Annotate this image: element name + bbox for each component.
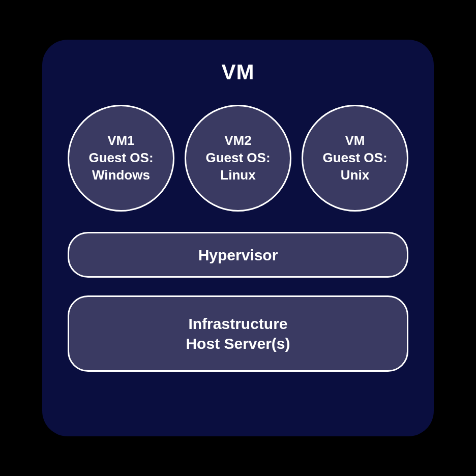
- vm-circles-row: VM1 Guest OS: Windows VM2 Guest OS: Linu…: [68, 105, 408, 212]
- vm-name: VM2: [224, 132, 251, 150]
- vm-name: VM: [345, 132, 365, 150]
- vm-guest-label: Guest OS:: [322, 150, 387, 167]
- vm-circle-2: VM2 Guest OS: Linux: [185, 105, 291, 212]
- vm-os: Unix: [341, 167, 369, 184]
- hypervisor-label: Hypervisor: [198, 245, 278, 265]
- infrastructure-layer: Infrastructure Host Server(s): [68, 295, 408, 372]
- diagram-title: VM: [68, 60, 408, 84]
- vm-circle-3: VM Guest OS: Unix: [302, 105, 408, 212]
- infrastructure-line-1: Infrastructure: [188, 314, 287, 334]
- vm-os: Linux: [220, 167, 255, 184]
- vm-os: Windows: [92, 167, 150, 184]
- vm-circle-1: VM1 Guest OS: Windows: [68, 105, 174, 212]
- vm-diagram-container: VM VM1 Guest OS: Windows VM2 Guest OS: L…: [42, 40, 434, 436]
- vm-name: VM1: [107, 132, 134, 150]
- hypervisor-layer: Hypervisor: [68, 232, 408, 278]
- infrastructure-line-2: Host Server(s): [186, 334, 290, 353]
- vm-guest-label: Guest OS:: [88, 150, 153, 167]
- vm-guest-label: Guest OS:: [205, 150, 270, 167]
